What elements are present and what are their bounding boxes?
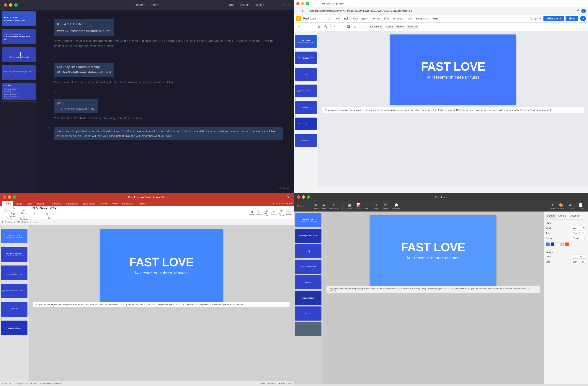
- chart-select[interactable]: Bar Line Pie: [571, 226, 586, 230]
- slide-item-4[interactable]: 4 Seriously. Stop bothering people...: [295, 82, 317, 97]
- back-icon[interactable]: ‹: [296, 9, 297, 13]
- shape-icon[interactable]: □: [353, 24, 358, 29]
- url-bar[interactable]: docs.google.com/presentation/d/t-NcHtrsB…: [307, 8, 574, 14]
- kn-slide-7[interactable]: Write it, cut it...: [295, 307, 321, 321]
- star-icon[interactable]: ☆: [319, 17, 321, 20]
- refresh-icon[interactable]: ↺: [301, 9, 303, 12]
- minimize-btn-tr[interactable]: [301, 2, 304, 5]
- ribbon-tab-transitions[interactable]: Transitions: [47, 201, 63, 206]
- background-btn[interactable]: Background: [369, 25, 383, 29]
- print-icon[interactable]: 🖨: [310, 24, 315, 29]
- slide-item-5[interactable]: 5 Bullet lists...: [295, 99, 317, 114]
- image-icon[interactable]: 🖼: [346, 24, 351, 29]
- chart-tool[interactable]: 📊 Chart: [356, 203, 360, 210]
- font-family-select[interactable]: PF Pro Display: [32, 206, 48, 210]
- format-tab-document[interactable]: Document: [568, 214, 582, 218]
- slide-item-2[interactable]: 2 Don't stuff your slides with text: [295, 49, 317, 64]
- slide-thumb-1[interactable]: 1 FAST LOVE iA Presenter in three Minute…: [0, 10, 37, 28]
- paste-btn[interactable]: 📋: [2, 206, 10, 214]
- comments-count[interactable]: Comments: [267, 382, 277, 385]
- user-avatar[interactable]: G: [580, 16, 586, 21]
- italic-btn[interactable]: I: [38, 211, 44, 217]
- settings-icon[interactable]: ⚙: [539, 17, 542, 20]
- ppt-slide-6[interactable]: 6 Write it, cut it, paste it Focus on th…: [1, 318, 27, 335]
- textbox-btn[interactable]: ⊞ Text Box: [264, 209, 270, 216]
- menu-extensions[interactable]: Extensions: [415, 16, 430, 21]
- transition-btn[interactable]: Transition: [406, 25, 419, 29]
- zoom-level[interactable]: 150%: [287, 382, 292, 385]
- picture-btn[interactable]: 🖼 Picture: [249, 210, 255, 215]
- minimize-button[interactable]: [9, 3, 12, 7]
- x-position-input[interactable]: [572, 254, 578, 259]
- animate-tool[interactable]: ◆ Animate: [567, 203, 574, 210]
- format-tool[interactable]: 🎨 Format: [558, 203, 564, 210]
- ribbon-tab-home[interactable]: Home: [2, 201, 13, 206]
- slide-thumb-4[interactable]: 4 Seriously. Stop bothering people with …: [0, 64, 37, 82]
- font-size-select[interactable]: 677: [49, 206, 57, 210]
- comments-icon[interactable]: 💬: [535, 17, 538, 20]
- slide-item-3[interactable]: 3 →|: [295, 66, 317, 81]
- ribbon-tab-tellme[interactable]: Tell me: [136, 201, 148, 206]
- shapes-btn[interactable]: □ Shapes: [256, 210, 262, 215]
- copy-btn[interactable]: ⧉ Copy: [10, 210, 16, 213]
- close-btn-br[interactable]: [297, 195, 300, 199]
- shape-tool[interactable]: □ Shape: [373, 203, 378, 210]
- ribbon-tab-recording[interactable]: Recording: [120, 201, 135, 206]
- ppt-slide-1[interactable]: 1 FAST LOVE iA Presenter in three Minute…: [1, 226, 27, 243]
- grid-icon[interactable]: ⊟: [288, 3, 290, 7]
- redo-icon[interactable]: ↪: [303, 24, 309, 29]
- quick-styles-btn[interactable]: 🎨 Quick Styles: [278, 209, 284, 216]
- play-tool[interactable]: ▶ Play: [322, 203, 326, 210]
- accessibility-info[interactable]: Accessibility: Investigate: [40, 383, 62, 385]
- kn-slide-2[interactable]: Don't stuff your slides with text: [295, 229, 321, 243]
- expand-icon[interactable]: ⊞: [283, 3, 285, 7]
- ppt-slide-2[interactable]: 2 Easy like Sunday morningDon't stuff yo…: [1, 245, 27, 262]
- slide-item-6[interactable]: 6 Focus on the story: [295, 115, 317, 130]
- forward-icon[interactable]: ›: [299, 9, 300, 13]
- notes-btn[interactable]: Notes: [260, 382, 265, 385]
- reset-btn[interactable]: ⊕ Reset: [21, 209, 27, 215]
- kn-slide-1[interactable]: FAST LOVE iA Presenter in three Minutes: [295, 213, 321, 227]
- ribbon-tab-animations[interactable]: Animations: [64, 201, 80, 206]
- ribbon-tab-design[interactable]: Design: [35, 201, 47, 206]
- section-btn[interactable]: ≡ Section▾: [21, 215, 27, 221]
- kn-slide-6[interactable]: Write it, cut it, paste it Focus on the …: [295, 291, 321, 305]
- cut-btn[interactable]: ✂ Cut: [10, 206, 16, 210]
- menu-edit[interactable]: Edit: [343, 16, 350, 21]
- ppt-slide-3[interactable]: 3 →| (This is the symbol for Tab): [1, 263, 27, 280]
- view-tool[interactable]: ⊞ View: [314, 203, 318, 210]
- text-icon[interactable]: T: [339, 24, 345, 29]
- menu-format[interactable]: Format: [371, 16, 381, 21]
- color-swatch-white[interactable]: [556, 243, 559, 246]
- file-name[interactable]: Fast Love: [303, 17, 316, 20]
- share-btn-ppt[interactable]: Share: [286, 202, 292, 206]
- browser-tab[interactable]: Fast Love - Google Slides: [319, 2, 356, 6]
- ppt-slide-5[interactable]: 5 Bullet lists - Increase cognitive load…: [1, 300, 27, 317]
- format-select[interactable]: Default: [571, 236, 586, 240]
- menu-arrange[interactable]: Arrange: [392, 16, 404, 21]
- close-btn-tr[interactable]: [296, 2, 300, 5]
- menu-file[interactable]: File: [335, 16, 341, 21]
- history-icon[interactable]: 🕐: [530, 17, 533, 20]
- table-tool[interactable]: ▦ Table: [347, 203, 352, 210]
- kn-slide-4[interactable]: Seriously. Stop bothering people...: [295, 260, 321, 274]
- slide-thumb-2[interactable]: 2 Easy like Sunday morning Don't stuff y…: [0, 28, 37, 46]
- slide-item-7[interactable]: 7 Write it, cut it...: [295, 132, 317, 147]
- user-icon[interactable]: G: [581, 9, 586, 13]
- arrange-btn[interactable]: ⊕ Arrange: [271, 210, 277, 215]
- slide-thumb-3[interactable]: 3 →| (This is the symbol for Tab): [0, 46, 37, 64]
- fullscreen-btn-bl[interactable]: [13, 195, 16, 199]
- color-swatch-blue[interactable]: [546, 243, 549, 246]
- width-input[interactable]: [572, 260, 578, 264]
- layout-btn[interactable]: Layout: [385, 25, 394, 29]
- paint-icon[interactable]: 🎨: [316, 24, 322, 29]
- share-tool[interactable]: ↑ Share: [550, 203, 555, 210]
- designer-btn[interactable]: ✨ Designer: [286, 210, 292, 215]
- kn-slide-8[interactable]: 📷: [295, 322, 321, 336]
- new-slide-btn[interactable]: Layout▾: [21, 202, 27, 208]
- tab-visuals[interactable]: Visuals: [240, 3, 249, 7]
- y-position-input[interactable]: [579, 254, 586, 259]
- zoom-icon[interactable]: 🔍: [323, 24, 329, 29]
- minimize-btn-bl[interactable]: [8, 195, 11, 199]
- ribbon-tab-slideshow[interactable]: Slide Show: [80, 201, 97, 206]
